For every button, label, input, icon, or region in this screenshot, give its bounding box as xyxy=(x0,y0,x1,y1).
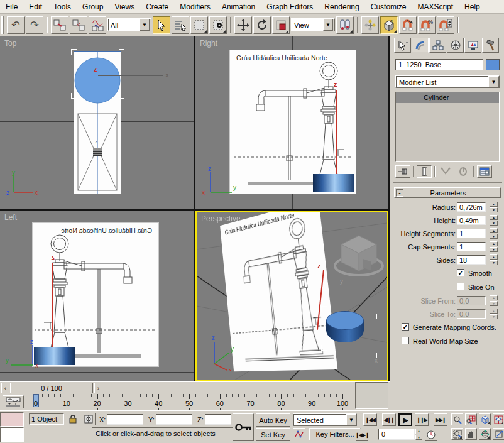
smooth-checkbox[interactable]: ✓ xyxy=(457,269,464,276)
spinner-up[interactable]: ▲ xyxy=(490,228,498,233)
x-coord-field[interactable] xyxy=(107,414,143,425)
arc-rotate-button[interactable] xyxy=(479,428,491,440)
make-unique-button[interactable] xyxy=(438,165,453,178)
tab-motion[interactable] xyxy=(447,38,464,53)
menu-graph-editors[interactable]: Graph Editors xyxy=(261,1,319,13)
sides-field[interactable]: 18 xyxy=(457,255,486,265)
select-and-scale-button[interactable] xyxy=(272,16,290,34)
configure-modifier-sets-button[interactable] xyxy=(477,165,492,178)
time-slider-track[interactable] xyxy=(104,383,352,393)
go-to-start-button[interactable]: ❙◀◀ xyxy=(363,413,377,426)
combo-arrow-icon[interactable]: ▼ xyxy=(488,76,499,87)
combo-arrow-icon[interactable]: ▼ xyxy=(323,19,333,31)
maximize-viewport-toggle[interactable] xyxy=(493,428,504,440)
maxscript-mini-listener[interactable] xyxy=(0,427,24,442)
redo-button[interactable]: ↷ xyxy=(26,16,43,34)
current-frame-field[interactable]: 0 xyxy=(378,429,415,440)
radius-field[interactable]: 0,726m xyxy=(457,202,486,212)
default-in-out-tangents-button[interactable] xyxy=(293,428,305,440)
spinner-up[interactable]: ▲ xyxy=(490,254,498,260)
next-frame-button[interactable]: ❙❙▶ xyxy=(415,413,429,426)
tab-utilities[interactable] xyxy=(482,38,499,53)
zoom-button[interactable] xyxy=(451,413,463,425)
real-world-map-size-checkbox[interactable] xyxy=(402,337,409,344)
spinner-down[interactable]: ▼ xyxy=(490,234,498,239)
reference-coordinate-combo[interactable]: View ▼ xyxy=(291,18,335,31)
zoom-all-button[interactable] xyxy=(465,413,477,425)
set-keys-button[interactable] xyxy=(233,413,254,441)
go-to-end-button[interactable]: ▶▶❙ xyxy=(434,413,447,426)
menu-views[interactable]: Views xyxy=(109,1,140,13)
reference-image-plane[interactable]: z xyxy=(230,50,356,194)
object-color-swatch[interactable] xyxy=(486,59,500,70)
menu-modifiers[interactable]: Modifiers xyxy=(174,1,216,13)
spinner-down[interactable]: ▼ xyxy=(490,247,498,252)
sides-spinner[interactable]: ▲▼ xyxy=(490,254,498,265)
snaps-toggle-button[interactable]: 3 xyxy=(380,16,398,34)
previous-frame-arrow[interactable]: ‹ xyxy=(1,383,9,393)
toolbar-grip[interactable] xyxy=(1,16,4,34)
menu-create[interactable]: Create xyxy=(140,1,174,13)
slice-on-checkbox[interactable] xyxy=(457,283,464,290)
menu-edit[interactable]: Edit xyxy=(23,1,48,13)
zoom-extents-all-button[interactable] xyxy=(493,413,504,425)
next-frame-arrow[interactable]: › xyxy=(94,383,102,393)
tab-hierarchy[interactable] xyxy=(429,38,446,53)
height-segments-spinner[interactable]: ▲▼ xyxy=(490,228,498,239)
rectangular-selection-region-button[interactable] xyxy=(190,16,208,34)
modifier-list-dropdown[interactable]: Modifier List ▼ xyxy=(395,75,500,88)
select-object-button[interactable] xyxy=(153,16,170,34)
object-name-field[interactable]: 1_1250_Base xyxy=(395,59,483,70)
parameters-rollout-header[interactable]: - Parameters xyxy=(394,187,501,198)
combo-arrow-icon[interactable]: ▼ xyxy=(346,414,356,425)
select-and-move-button[interactable] xyxy=(234,16,252,34)
menu-rendering[interactable]: Rendering xyxy=(319,1,364,13)
spinner-down[interactable]: ▼ xyxy=(490,207,498,212)
viewport-top-label[interactable]: Top xyxy=(4,39,16,48)
viewport-left[interactable]: Left z z x y xyxy=(0,211,194,381)
key-mode-toggle[interactable]: ❙◀▶❙ xyxy=(356,429,368,441)
remove-modifier-button[interactable] xyxy=(456,165,471,178)
menu-help[interactable]: Help xyxy=(459,1,486,13)
radius-spinner[interactable]: ▲▼ xyxy=(490,202,498,212)
height-segments-field[interactable]: 1 xyxy=(457,229,486,238)
key-filter-scope-combo[interactable]: Selected ▼ xyxy=(293,413,357,426)
spinner-up[interactable]: ▲ xyxy=(490,241,498,246)
undo-button[interactable]: ↶ xyxy=(7,16,25,34)
y-coord-field[interactable] xyxy=(156,414,192,425)
tab-display[interactable] xyxy=(464,38,481,53)
combo-arrow-icon[interactable]: ▼ xyxy=(140,19,150,31)
auto-key-button[interactable]: Auto Key xyxy=(256,413,290,427)
viewport-left-label[interactable]: Left xyxy=(4,213,17,222)
select-by-name-button[interactable] xyxy=(172,16,189,34)
angle-snap-button[interactable] xyxy=(399,16,417,34)
key-filters-button[interactable]: Key Filters... xyxy=(309,428,361,440)
cap-segments-spinner[interactable]: ▲▼ xyxy=(490,241,498,252)
spinner-up[interactable]: ▲ xyxy=(490,202,498,207)
spinner-up[interactable]: ▲ xyxy=(490,215,498,220)
cylinder-3d[interactable] xyxy=(326,311,364,345)
maxscript-mini-listener-macro[interactable] xyxy=(0,412,24,427)
reference-image-plane-mirrored[interactable]: z xyxy=(33,223,158,366)
menu-file[interactable]: File xyxy=(0,1,23,13)
generate-mapping-coords-checkbox[interactable]: ✓ xyxy=(402,323,409,331)
selection-filter-combo[interactable]: All ▼ xyxy=(107,18,151,31)
select-and-rotate-button[interactable] xyxy=(253,16,271,34)
set-key-button[interactable]: Set Key xyxy=(256,428,290,441)
spinner-down[interactable]: ▼ xyxy=(490,260,498,265)
time-configuration-button[interactable] xyxy=(425,429,437,441)
zoom-extents-button[interactable] xyxy=(479,413,491,425)
pan-button[interactable] xyxy=(465,428,477,440)
z-coord-field[interactable] xyxy=(205,414,231,425)
previous-frame-button[interactable]: ◀❙❙ xyxy=(382,413,396,426)
menu-maxscript[interactable]: MAXScript xyxy=(412,1,459,13)
height-field[interactable]: 0,49m xyxy=(457,216,486,225)
track-bar[interactable]: 0102030405060708090100 xyxy=(0,394,390,410)
absolute-mode-toggle[interactable] xyxy=(82,413,96,425)
collapse-icon[interactable]: - xyxy=(396,189,403,197)
tab-create[interactable] xyxy=(394,38,411,53)
cylinder-top-view[interactable] xyxy=(75,58,120,103)
spinner-down[interactable]: ▼ xyxy=(490,221,498,226)
cylinder-side-view[interactable] xyxy=(313,174,354,192)
select-and-manipulate-button[interactable] xyxy=(361,16,379,34)
